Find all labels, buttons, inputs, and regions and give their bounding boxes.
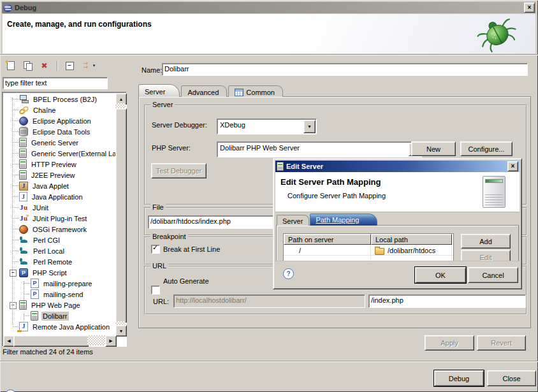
scroll-down-arrow[interactable]: ▼ [115, 325, 127, 337]
url-auto-input[interactable] [174, 295, 365, 305]
debug-button[interactable]: Debug [434, 370, 484, 386]
tree-item-osgi-framework[interactable]: OSGi Framework [3, 224, 115, 235]
filter-input-box [3, 77, 108, 89]
tree-item-cha-ne[interactable]: Chaîne [3, 105, 115, 115]
tree-item-junit-plug-in-test[interactable]: JUnit Plug-in Test [3, 213, 115, 224]
tab-advanced[interactable]: Advanced [181, 85, 227, 97]
break-first-line-label: Break at First Line [163, 245, 220, 253]
bpel-icon [19, 95, 29, 103]
scroll-track[interactable] [115, 103, 126, 108]
test-debugger-button[interactable]: Test Debugger [151, 163, 207, 178]
tree-item-mailing-send[interactable]: mailing-send [3, 289, 115, 300]
tree-item-php-script[interactable]: −PHP Script [3, 267, 115, 278]
tree-item-label: Java Applet [31, 182, 70, 191]
tree-item-perl-local[interactable]: Perl Local [3, 245, 115, 256]
eclipse-logo-icon [3, 4, 12, 12]
apply-button[interactable]: Apply [425, 335, 474, 351]
url-file-box [368, 294, 526, 308]
tree-item-j2ee-preview[interactable]: J2EE Preview [3, 170, 115, 180]
configure-server-button[interactable]: Configure... [460, 142, 513, 156]
server-path-cell: / [284, 245, 371, 255]
column-header-local-path[interactable]: Local path [371, 234, 452, 245]
server-debugger-combo[interactable]: XDebug ▼ [217, 119, 317, 134]
dialog-tabs: ServerPath Mapping [277, 213, 377, 226]
filter-input[interactable] [3, 78, 107, 88]
help-icon[interactable] [283, 268, 294, 279]
tree-item-java-applet[interactable]: Java Applet [3, 180, 115, 191]
tree-item-php-web-page[interactable]: −PHP Web Page [3, 300, 115, 310]
url-file-input[interactable] [369, 295, 525, 305]
column-header-path-on-server[interactable]: Path on server [284, 234, 371, 245]
banner: Create, manage, and run configurations [3, 14, 535, 54]
path-mapping-table: Path on serverLocal path //dolibarr/htdo… [283, 233, 454, 263]
tree-item-perl-cgi[interactable]: Perl CGI [3, 235, 115, 245]
local-path-cell: /dolibarr/htdocs [371, 245, 452, 255]
ok-button[interactable]: OK [415, 267, 466, 283]
php-file-icon [31, 279, 39, 288]
tree-item-remote-java-application[interactable]: Remote Java Application [3, 321, 115, 332]
server-icon [19, 138, 27, 147]
scroll-right-arrow[interactable]: ▶ [105, 335, 117, 347]
tree-item-label: Generic Server(External La [30, 149, 115, 158]
tree-item-junit[interactable]: JUnit [3, 202, 115, 213]
tree-item-mailing-prepare[interactable]: mailing-prepare [3, 278, 115, 289]
tree-item-java-application[interactable]: Java Application [3, 191, 115, 202]
tree-item-http-preview[interactable]: HTTP Preview [3, 159, 115, 170]
tree-item-dolibarr[interactable]: Dolibarr [3, 310, 115, 321]
java-icon [19, 192, 27, 201]
php-icon [19, 268, 28, 277]
table-header: Path on serverLocal path [284, 234, 453, 245]
expander-minus-icon[interactable]: − [10, 270, 17, 277]
new-configuration-button[interactable] [5, 60, 17, 71]
dialog-close-button[interactable]: × [507, 161, 518, 171]
dialog-title: Edit Server [286, 163, 323, 170]
name-input[interactable] [163, 64, 527, 74]
applet-icon [19, 182, 28, 191]
tree-item-eclipse-application[interactable]: Eclipse Application [3, 115, 115, 126]
scroll-thumb[interactable] [13, 335, 89, 347]
tree-item-generic-server[interactable]: Generic Server [3, 137, 115, 148]
debug-window: Debug × Create, manage, and run configur… [0, 0, 538, 392]
combo-arrow-icon[interactable]: ▼ [303, 120, 316, 133]
tab-common[interactable]: Common [228, 85, 283, 97]
chain-icon [19, 106, 29, 114]
window-close-button[interactable]: × [524, 3, 535, 13]
dialog-button-bar: OK Cancel [275, 261, 520, 287]
php-server-value: Dolibarr PHP Web Server [220, 144, 300, 152]
tree-item-perl-remote[interactable]: Perl Remote [3, 256, 115, 267]
dialog-header: Edit Server Path Mapping Configure Serve… [275, 172, 520, 212]
local-path-text: /dolibarr/htdocs [388, 247, 435, 254]
database-icon [19, 127, 28, 136]
delete-icon [41, 62, 50, 70]
new-server-button[interactable]: New [411, 142, 456, 156]
add-mapping-button[interactable]: Add [461, 234, 511, 249]
tree-item-bpel-process-b2j[interactable]: BPEL Process (B2J) [3, 94, 115, 105]
revert-button[interactable]: Revert [477, 335, 526, 351]
dialog-header-title: Edit Server Path Mapping [280, 177, 381, 187]
dialog-tab-path-mapping[interactable]: Path Mapping [310, 214, 377, 226]
tree-item-eclipse-data-tools[interactable]: Eclipse Data Tools [3, 126, 115, 137]
close-button[interactable]: Close [487, 370, 536, 386]
tree-item-label: Perl Local [32, 247, 66, 256]
scroll-track[interactable] [87, 335, 105, 345]
filter-button[interactable]: ▼ [81, 60, 98, 71]
collapse-all-button[interactable] [64, 60, 75, 71]
osgi-icon [19, 225, 28, 234]
expander-minus-icon[interactable]: − [10, 302, 17, 309]
cancel-button[interactable]: Cancel [468, 267, 518, 283]
tree-item-generic-server-external-la[interactable]: Generic Server(External La [3, 148, 115, 159]
eclipse-icon [19, 117, 28, 126]
tab-label: Server [145, 88, 165, 96]
help-icon[interactable] [5, 389, 16, 392]
tab-server[interactable]: Server [138, 84, 180, 97]
duplicate-configuration-button[interactable] [22, 60, 34, 71]
scroll-thumb[interactable] [115, 108, 127, 323]
mapping-row[interactable]: //dolibarr/htdocs [284, 245, 453, 256]
break-first-line-checkbox[interactable] [151, 245, 160, 254]
perl-icon [19, 258, 29, 266]
delete-configuration-button[interactable] [40, 60, 51, 71]
php-server-combo[interactable]: Dolibarr PHP Web Server ▼ [217, 142, 422, 157]
server-icon [19, 300, 27, 310]
dialog-tab-server[interactable]: Server [277, 215, 309, 226]
auto-generate-checkbox[interactable] [151, 286, 160, 294]
